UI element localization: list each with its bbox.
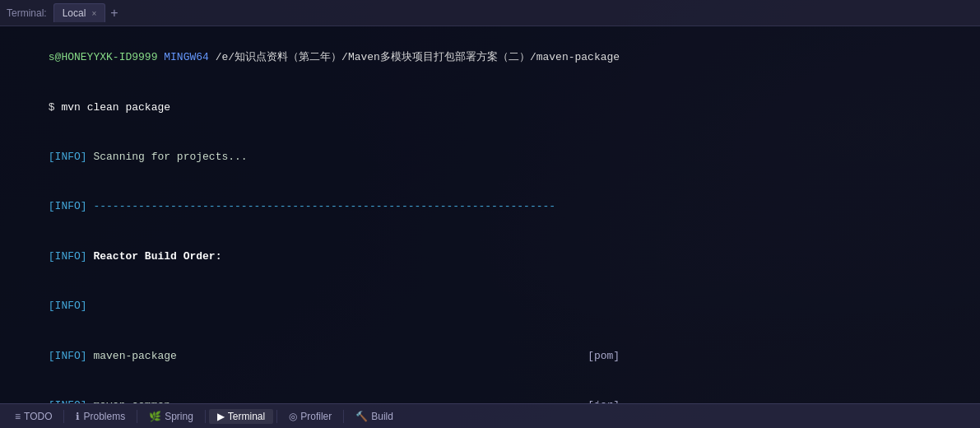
terminal-line-3: [INFO] Reactor Build Order:: [10, 232, 970, 281]
status-todo[interactable]: ≡ TODO: [7, 409, 60, 424]
module-package: maven-package: [87, 350, 177, 362]
terminal-line-4: [INFO]: [10, 281, 970, 331]
terminal-command-line: $ mvn clean package: [10, 82, 970, 132]
todo-icon: ≡: [15, 411, 21, 422]
prompt-shell: MINGW64: [164, 51, 215, 63]
tab-add-button[interactable]: +: [105, 7, 123, 20]
module-spaces-1: [177, 350, 588, 362]
divider-4: [276, 410, 277, 423]
terminal-label: Terminal:: [7, 7, 47, 19]
terminal-prompt-line: s@HONEYYXK-ID9999 MINGW64 /e/知识点资料（第二年）/…: [10, 33, 970, 82]
prompt-path: /e/知识点资料（第二年）/Maven多模块项目打包部署方案（二）/maven-…: [216, 51, 620, 63]
profiler-icon: ◎: [289, 411, 297, 422]
status-build[interactable]: 🔨 Build: [347, 409, 402, 424]
status-profiler[interactable]: ◎ Profiler: [281, 409, 340, 424]
terminal-container: Terminal: Local × + s@HONEYYXK-ID9999 MI…: [0, 0, 980, 428]
terminal-line-6: [INFO] maven-common [jar]: [10, 381, 970, 403]
info-text-1: Scanning for projects...: [87, 151, 248, 163]
spring-label: Spring: [165, 411, 193, 422]
module-common: maven-common: [87, 399, 170, 403]
build-icon: 🔨: [355, 411, 368, 422]
command-text: mvn clean package: [61, 101, 170, 114]
info-bracket-3: [INFO]: [49, 250, 87, 263]
info-bracket-2: [INFO]: [49, 200, 87, 212]
terminal-line-2: [INFO] ---------------------------------…: [10, 182, 970, 231]
info-bracket-5: [INFO]: [49, 350, 87, 362]
tab-bar: Terminal: Local × +: [0, 0, 980, 26]
tab-local[interactable]: Local ×: [53, 3, 106, 22]
module-spaces-2: [170, 399, 588, 403]
tab-local-label: Local: [63, 7, 86, 19]
reactor-title: Reactor Build Order:: [87, 250, 222, 263]
terminal-line-5: [INFO] maven-package [pom]: [10, 332, 970, 381]
divider-3: [205, 410, 206, 423]
spring-icon: 🌿: [149, 411, 161, 422]
status-bar: ≡ TODO ℹ Problems 🌿 Spring ▶ Terminal ◎ …: [0, 403, 980, 428]
tab-close-icon[interactable]: ×: [91, 9, 96, 18]
problems-label: Problems: [83, 411, 125, 422]
build-label: Build: [371, 411, 393, 422]
prompt-user: s@HONEYYXK-ID9999: [49, 51, 164, 63]
command-dollar: $: [49, 101, 62, 114]
divider-5: [343, 410, 344, 423]
info-bracket-4: [INFO]: [49, 300, 87, 312]
terminal-status-label: Terminal: [228, 411, 265, 422]
status-terminal[interactable]: ▶ Terminal: [209, 409, 273, 424]
terminal-status-icon: ▶: [217, 411, 225, 422]
terminal-content[interactable]: s@HONEYYXK-ID9999 MINGW64 /e/知识点资料（第二年）/…: [0, 26, 980, 403]
status-problems[interactable]: ℹ Problems: [67, 409, 133, 424]
divider-2: [137, 410, 137, 423]
artifact-pom: [pom]: [588, 350, 620, 362]
profiler-label: Profiler: [300, 411, 332, 422]
info-bracket-1: [INFO]: [49, 151, 87, 163]
terminal-line-1: [INFO] Scanning for projects...: [10, 133, 970, 182]
problems-icon: ℹ: [76, 411, 80, 422]
divider-1: [63, 410, 64, 423]
todo-label: TODO: [24, 411, 52, 422]
status-spring[interactable]: 🌿 Spring: [141, 409, 202, 424]
separator-1: ----------------------------------------…: [87, 200, 556, 212]
artifact-jar-1: [jar]: [588, 399, 620, 403]
info-bracket-6: [INFO]: [49, 399, 87, 403]
